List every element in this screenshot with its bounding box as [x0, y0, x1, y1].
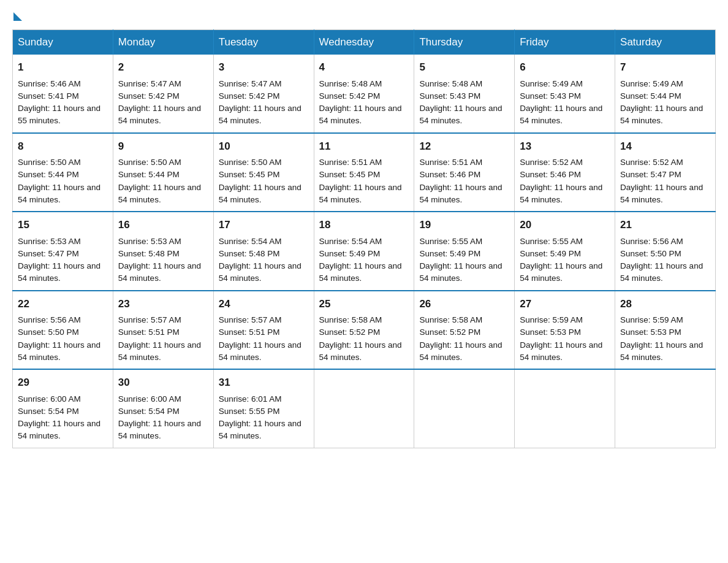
day-number: 19 — [419, 217, 509, 233]
calendar-cell: 31Sunrise: 6:01 AMSunset: 5:55 PMDayligh… — [213, 369, 314, 448]
daylight-text: Daylight: 11 hours and 54 minutes. — [219, 261, 301, 283]
sunset-text: Sunset: 5:49 PM — [520, 249, 581, 258]
daylight-text: Daylight: 11 hours and 54 minutes. — [18, 183, 100, 204]
day-number: 16 — [118, 217, 208, 233]
header-thursday: Thursday — [414, 30, 515, 55]
sunset-text: Sunset: 5:53 PM — [520, 327, 581, 337]
header-wednesday: Wednesday — [314, 30, 414, 55]
sunrise-text: Sunrise: 5:57 AM — [219, 315, 282, 324]
header-monday: Monday — [113, 30, 213, 55]
sunset-text: Sunset: 5:47 PM — [620, 170, 681, 179]
sunset-text: Sunset: 5:44 PM — [620, 91, 681, 101]
day-number: 18 — [319, 217, 409, 233]
sunrise-text: Sunrise: 5:50 AM — [118, 158, 181, 167]
calendar-cell: 20Sunrise: 5:55 AMSunset: 5:49 PMDayligh… — [515, 212, 615, 291]
sunset-text: Sunset: 5:55 PM — [219, 407, 280, 416]
calendar-cell — [414, 369, 515, 448]
calendar-cell: 17Sunrise: 5:54 AMSunset: 5:48 PMDayligh… — [213, 212, 314, 291]
sunrise-text: Sunrise: 5:58 AM — [419, 315, 482, 324]
calendar-cell: 19Sunrise: 5:55 AMSunset: 5:49 PMDayligh… — [414, 212, 515, 291]
day-number: 7 — [620, 59, 710, 75]
calendar-cell — [615, 369, 716, 448]
sunrise-text: Sunrise: 5:59 AM — [520, 315, 583, 324]
day-number: 8 — [18, 139, 108, 155]
daylight-text: Daylight: 11 hours and 54 minutes. — [520, 340, 602, 362]
day-number: 3 — [219, 59, 309, 75]
calendar-cell: 3Sunrise: 5:47 AMSunset: 5:42 PMDaylight… — [213, 55, 314, 133]
sunrise-text: Sunrise: 5:58 AM — [319, 315, 382, 324]
day-number: 27 — [520, 296, 610, 312]
day-number: 20 — [520, 217, 610, 233]
calendar-cell: 5Sunrise: 5:48 AMSunset: 5:43 PMDaylight… — [414, 55, 515, 133]
calendar-cell: 10Sunrise: 5:50 AMSunset: 5:45 PMDayligh… — [213, 133, 314, 212]
day-number: 29 — [18, 375, 108, 391]
day-number: 15 — [18, 217, 108, 233]
sunrise-text: Sunrise: 5:47 AM — [219, 79, 282, 88]
header-saturday: Saturday — [615, 30, 716, 55]
sunset-text: Sunset: 5:44 PM — [118, 170, 180, 179]
daylight-text: Daylight: 11 hours and 54 minutes. — [18, 419, 100, 440]
daylight-text: Daylight: 11 hours and 54 minutes. — [620, 104, 703, 125]
sunrise-text: Sunrise: 5:51 AM — [419, 158, 482, 167]
calendar-cell: 25Sunrise: 5:58 AMSunset: 5:52 PMDayligh… — [314, 291, 414, 370]
sunrise-text: Sunrise: 5:48 AM — [419, 79, 482, 88]
daylight-text: Daylight: 11 hours and 54 minutes. — [620, 261, 703, 283]
day-number: 25 — [319, 296, 409, 312]
daylight-text: Daylight: 11 hours and 54 minutes. — [419, 340, 502, 362]
sunset-text: Sunset: 5:54 PM — [18, 407, 79, 416]
day-number: 24 — [219, 296, 309, 312]
daylight-text: Daylight: 11 hours and 54 minutes. — [118, 340, 201, 362]
calendar-table: SundayMondayTuesdayWednesdayThursdayFrid… — [12, 29, 716, 448]
day-number: 2 — [118, 59, 208, 75]
header-friday: Friday — [515, 30, 615, 55]
sunrise-text: Sunrise: 5:50 AM — [18, 158, 81, 167]
sunset-text: Sunset: 5:52 PM — [319, 327, 381, 337]
daylight-text: Daylight: 11 hours and 54 minutes. — [219, 183, 301, 204]
daylight-text: Daylight: 11 hours and 54 minutes. — [419, 183, 502, 204]
sunset-text: Sunset: 5:48 PM — [219, 249, 280, 258]
sunrise-text: Sunrise: 5:49 AM — [620, 79, 683, 88]
calendar-cell: 11Sunrise: 5:51 AMSunset: 5:45 PMDayligh… — [314, 133, 414, 212]
sunset-text: Sunset: 5:42 PM — [319, 91, 381, 101]
calendar-cell: 14Sunrise: 5:52 AMSunset: 5:47 PMDayligh… — [615, 133, 716, 212]
sunrise-text: Sunrise: 5:52 AM — [520, 158, 583, 167]
sunrise-text: Sunrise: 5:49 AM — [520, 79, 583, 88]
sunset-text: Sunset: 5:52 PM — [419, 327, 480, 337]
daylight-text: Daylight: 11 hours and 54 minutes. — [520, 104, 602, 125]
calendar-cell: 1Sunrise: 5:46 AMSunset: 5:41 PMDaylight… — [13, 55, 113, 133]
day-number: 10 — [219, 139, 309, 155]
sunrise-text: Sunrise: 5:46 AM — [18, 79, 81, 88]
daylight-text: Daylight: 11 hours and 54 minutes. — [620, 340, 703, 362]
sunrise-text: Sunrise: 6:01 AM — [219, 394, 282, 404]
calendar-cell: 22Sunrise: 5:56 AMSunset: 5:50 PMDayligh… — [13, 291, 113, 370]
sunset-text: Sunset: 5:42 PM — [219, 91, 280, 101]
calendar-week-row: 1Sunrise: 5:46 AMSunset: 5:41 PMDaylight… — [13, 55, 716, 133]
calendar-cell: 13Sunrise: 5:52 AMSunset: 5:46 PMDayligh… — [515, 133, 615, 212]
sunset-text: Sunset: 5:44 PM — [18, 170, 79, 179]
sunrise-text: Sunrise: 6:00 AM — [18, 394, 81, 404]
day-number: 17 — [219, 217, 309, 233]
calendar-cell: 28Sunrise: 5:59 AMSunset: 5:53 PMDayligh… — [615, 291, 716, 370]
calendar-week-row: 22Sunrise: 5:56 AMSunset: 5:50 PMDayligh… — [13, 291, 716, 370]
calendar-week-row: 29Sunrise: 6:00 AMSunset: 5:54 PMDayligh… — [13, 369, 716, 448]
calendar-cell: 30Sunrise: 6:00 AMSunset: 5:54 PMDayligh… — [113, 369, 213, 448]
calendar-cell: 7Sunrise: 5:49 AMSunset: 5:44 PMDaylight… — [615, 55, 716, 133]
sunset-text: Sunset: 5:49 PM — [419, 249, 480, 258]
calendar-cell — [314, 369, 414, 448]
day-number: 1 — [18, 59, 108, 75]
header-sunday: Sunday — [13, 30, 113, 55]
sunrise-text: Sunrise: 5:56 AM — [18, 315, 81, 324]
sunset-text: Sunset: 5:43 PM — [520, 91, 581, 101]
sunrise-text: Sunrise: 5:55 AM — [520, 237, 583, 246]
sunset-text: Sunset: 5:42 PM — [118, 91, 180, 101]
logo-arrow-icon — [13, 12, 22, 21]
sunset-text: Sunset: 5:45 PM — [319, 170, 381, 179]
daylight-text: Daylight: 11 hours and 54 minutes. — [18, 340, 100, 362]
daylight-text: Daylight: 11 hours and 54 minutes. — [18, 261, 100, 283]
day-number: 5 — [419, 59, 509, 75]
day-number: 4 — [319, 59, 409, 75]
calendar-cell: 23Sunrise: 5:57 AMSunset: 5:51 PMDayligh… — [113, 291, 213, 370]
daylight-text: Daylight: 11 hours and 54 minutes. — [219, 340, 301, 362]
day-number: 11 — [319, 139, 409, 155]
sunrise-text: Sunrise: 5:53 AM — [118, 237, 181, 246]
